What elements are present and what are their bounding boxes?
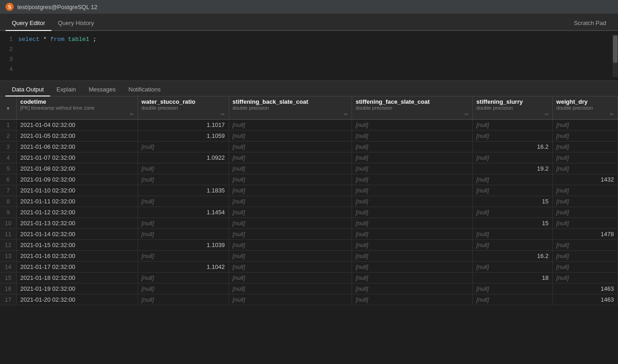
- cell-water-stucco-ratio: 1.1042: [138, 262, 229, 273]
- table-row: 42021-01-07 02:32:001.0922[null][null][n…: [0, 152, 618, 163]
- cell-weight-dry: [null]: [552, 185, 618, 196]
- cell-water-stucco-ratio: 1.1059: [138, 131, 229, 142]
- cell-weight-dry: [null]: [552, 120, 618, 131]
- row-num-cell: 3: [0, 142, 16, 152]
- col-header-stiffening-slurry[interactable]: stiffening_slurry double precision ✏: [473, 96, 552, 120]
- main-tab-bar: Query Editor Query History Scratch Pad: [0, 14, 618, 31]
- table-body: 12021-01-04 02:32:001.1017[null][null][n…: [0, 120, 618, 305]
- data-table: ▼ codetime [PK] timestamp without time z…: [0, 96, 618, 305]
- row-num-cell: 17: [0, 294, 16, 305]
- wildcard: *: [43, 36, 47, 43]
- cell-weight-dry: 1463: [552, 294, 618, 305]
- header-row: ▼ codetime [PK] timestamp without time z…: [0, 96, 618, 120]
- col-name-codetime: codetime: [20, 98, 134, 105]
- cell-stiffening-back-slate-coat: [null]: [229, 207, 352, 218]
- keyword-select: select: [18, 36, 40, 43]
- cell-stiffening-back-slate-coat: [null]: [229, 142, 352, 152]
- cell-stiffening-back-slate-coat: [null]: [229, 273, 352, 283]
- col-header-stiffening-back-slate-coat[interactable]: stiffening_back_slate_coat double precis…: [229, 96, 352, 120]
- tab-data-output[interactable]: Data Output: [5, 83, 50, 96]
- table-row: 22021-01-05 02:32:001.1059[null][null][n…: [0, 131, 618, 142]
- col-name-stiffening-face-slate-coat: stiffening_face_slate_coat: [356, 98, 469, 105]
- table-row: 72021-01-10 02:32:001.1835[null][null][n…: [0, 185, 618, 196]
- col-header-stiffening-face-slate-coat[interactable]: stiffening_face_slate_coat double precis…: [352, 96, 473, 120]
- cell-stiffening-face-slate-coat: [null]: [352, 185, 473, 196]
- cell-stiffening-face-slate-coat: [null]: [352, 273, 473, 283]
- editor-line-4: [18, 65, 611, 75]
- tab-notifications[interactable]: Notifications: [122, 83, 167, 96]
- cell-weight-dry: [null]: [552, 152, 618, 163]
- col-header-codetime[interactable]: codetime [PK] timestamp without time zon…: [16, 96, 138, 120]
- table-row: 62021-01-09 02:32:00[null][null][null][n…: [0, 174, 618, 185]
- table-row: 12021-01-04 02:32:001.1017[null][null][n…: [0, 120, 618, 131]
- line-num-1: 1: [0, 35, 13, 45]
- row-num-cell: 9: [0, 207, 16, 218]
- edit-icon-water-stucco-ratio[interactable]: ✏: [221, 111, 225, 117]
- row-num-cell: 16: [0, 283, 16, 294]
- cell-stiffening-face-slate-coat: [null]: [352, 283, 473, 294]
- table-row: 102021-01-13 02:32:00[null][null][null]1…: [0, 218, 618, 229]
- cell-stiffening-face-slate-coat: [null]: [352, 251, 473, 262]
- editor-line-3: [18, 55, 611, 65]
- cell-stiffening-slurry: 15: [473, 196, 552, 207]
- row-num-header: ▼: [0, 96, 16, 120]
- cell-codetime: 2021-01-04 02:32:00: [16, 120, 138, 131]
- cell-stiffening-slurry: 16.2: [473, 251, 552, 262]
- edit-icon-stiffening-face-slate-coat[interactable]: ✏: [465, 111, 469, 117]
- cell-weight-dry: [null]: [552, 207, 618, 218]
- cell-stiffening-back-slate-coat: [null]: [229, 174, 352, 185]
- edit-icon-weight-dry[interactable]: ✏: [610, 111, 614, 117]
- cell-water-stucco-ratio: [null]: [138, 174, 229, 185]
- cell-water-stucco-ratio: [null]: [138, 273, 229, 283]
- col-type-stiffening-face-slate-coat: double precision: [356, 105, 469, 111]
- cell-weight-dry: [null]: [552, 142, 618, 152]
- col-header-weight-dry[interactable]: weight_dry double precision ✏: [552, 96, 618, 120]
- col-type-water-stucco-ratio: double precision: [142, 105, 225, 111]
- cell-codetime: 2021-01-11 02:32:00: [16, 196, 138, 207]
- cell-stiffening-slurry: [null]: [473, 185, 552, 196]
- cell-weight-dry: [null]: [552, 163, 618, 174]
- tab-explain[interactable]: Explain: [50, 83, 82, 96]
- cell-weight-dry: 1463: [552, 283, 618, 294]
- cell-water-stucco-ratio: [null]: [138, 218, 229, 229]
- row-num-cell: 14: [0, 262, 16, 273]
- editor-content[interactable]: select * from table1 ;: [16, 35, 613, 77]
- cell-water-stucco-ratio: [null]: [138, 294, 229, 305]
- edit-icon-stiffening-slurry[interactable]: ✏: [545, 111, 549, 117]
- tab-query-editor[interactable]: Query Editor: [5, 16, 51, 31]
- edit-icon-stiffening-back-slate-coat[interactable]: ✏: [344, 111, 348, 117]
- cell-stiffening-slurry: [null]: [473, 152, 552, 163]
- cell-weight-dry: [null]: [552, 262, 618, 273]
- col-type-stiffening-back-slate-coat: double precision: [233, 105, 348, 111]
- cell-stiffening-slurry: [null]: [473, 294, 552, 305]
- cell-stiffening-slurry: 18: [473, 273, 552, 283]
- cell-stiffening-back-slate-coat: [null]: [229, 251, 352, 262]
- tab-query-history[interactable]: Query History: [51, 16, 100, 31]
- cell-stiffening-face-slate-coat: [null]: [352, 120, 473, 131]
- cell-stiffening-face-slate-coat: [null]: [352, 196, 473, 207]
- cell-stiffening-back-slate-coat: [null]: [229, 185, 352, 196]
- col-name-water-stucco-ratio: water_stucco_ratio: [142, 98, 225, 105]
- cell-weight-dry: 1432: [552, 174, 618, 185]
- cell-stiffening-back-slate-coat: [null]: [229, 131, 352, 142]
- cell-stiffening-face-slate-coat: [null]: [352, 294, 473, 305]
- cell-codetime: 2021-01-07 02:32:00: [16, 152, 138, 163]
- col-header-water-stucco-ratio[interactable]: water_stucco_ratio double precision ✏: [138, 96, 229, 120]
- scratch-pad-button[interactable]: Scratch Pad: [567, 16, 613, 30]
- tab-messages[interactable]: Messages: [82, 83, 122, 96]
- sort-arrow-icon: ▼: [6, 106, 10, 111]
- table-row: 172021-01-20 02:32:00[null][null][null][…: [0, 294, 618, 305]
- cell-stiffening-back-slate-coat: [null]: [229, 163, 352, 174]
- cell-water-stucco-ratio: 1.0922: [138, 152, 229, 163]
- cell-water-stucco-ratio: [null]: [138, 251, 229, 262]
- table-row: 162021-01-19 02:32:00[null][null][null][…: [0, 283, 618, 294]
- edit-icon-codetime[interactable]: ✏: [130, 111, 134, 117]
- editor-scrollbar[interactable]: [613, 35, 618, 77]
- row-num-cell: 1: [0, 120, 16, 131]
- table-row: 32021-01-06 02:32:00[null][null][null]16…: [0, 142, 618, 152]
- cell-stiffening-slurry: [null]: [473, 240, 552, 251]
- cell-water-stucco-ratio: [null]: [138, 283, 229, 294]
- cell-stiffening-face-slate-coat: [null]: [352, 229, 473, 240]
- editor-area: 1 2 3 4 select * from table1 ;: [0, 31, 618, 81]
- cell-stiffening-back-slate-coat: [null]: [229, 229, 352, 240]
